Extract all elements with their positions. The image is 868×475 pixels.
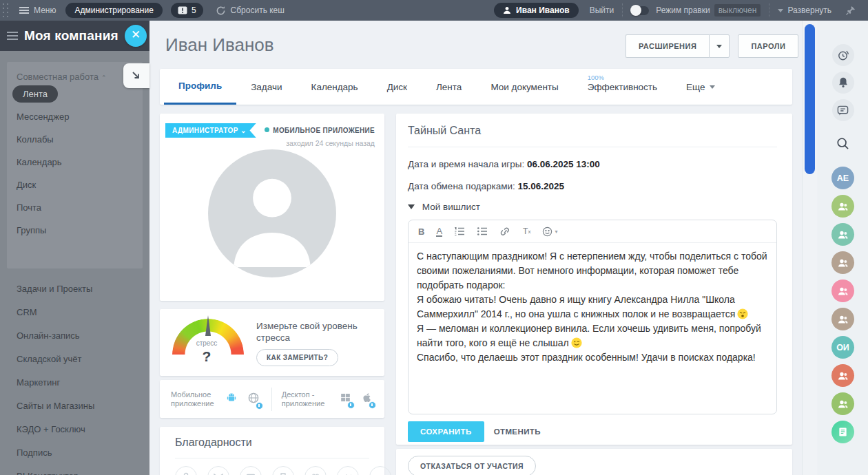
- mac-app-download-button[interactable]: [360, 391, 373, 407]
- chevron-down-icon: [778, 9, 783, 12]
- tab-my-documents[interactable]: Мои документы: [476, 69, 572, 105]
- tab-tasks[interactable]: Задачи: [236, 69, 296, 105]
- search-button[interactable]: [832, 132, 854, 154]
- android-app-button[interactable]: [225, 391, 238, 408]
- group-label-collaboration[interactable]: Совместная работа⌃: [7, 62, 143, 82]
- save-button[interactable]: СОХРАНИТЬ: [408, 421, 484, 442]
- notifications-button[interactable]: [832, 72, 854, 94]
- notifications-counter[interactable]: 5: [171, 3, 203, 18]
- role-badge[interactable]: АДМИНИСТРАТОР ⌄: [165, 123, 256, 138]
- extensions-dropdown-button[interactable]: [709, 34, 730, 58]
- sidebar-item-mail[interactable]: Почта: [7, 196, 143, 219]
- avatar[interactable]: [208, 149, 336, 277]
- badge-bow-icon[interactable]: [207, 466, 229, 475]
- sidebar-item-kedo[interactable]: КЭДО + Госключ: [7, 417, 143, 441]
- badge-people-icon[interactable]: [304, 466, 327, 475]
- edit-mode-status: Режим правки выключен: [656, 4, 761, 17]
- emoji-button[interactable]: ▾: [542, 226, 557, 237]
- gauge-value: ?: [171, 348, 242, 365]
- sidebar-hamburger-icon[interactable]: [7, 35, 18, 36]
- stress-prompt: Измерьте свой уровень стресса: [256, 320, 387, 344]
- messenger-button[interactable]: [832, 99, 854, 121]
- cancel-button[interactable]: ОТМЕНИТЬ: [494, 427, 541, 436]
- sidebar-item-inventory[interactable]: Складской учёт: [7, 347, 143, 370]
- wishlist-text-area[interactable]: С наступающим праздником! Я с нетерпение…: [409, 243, 776, 414]
- stress-gauge[interactable]: стресс ?: [171, 316, 247, 369]
- people-icon: [836, 313, 850, 326]
- group-avatar[interactable]: [831, 223, 854, 246]
- expand-button[interactable]: Развернуть: [778, 6, 831, 15]
- badge-handshake-icon[interactable]: [337, 466, 359, 475]
- link-button[interactable]: [499, 226, 511, 236]
- badge-more-icon[interactable]: [369, 466, 391, 475]
- news-channel-avatar[interactable]: [831, 421, 854, 443]
- bold-button[interactable]: B: [418, 226, 424, 237]
- mobile-web-download-button[interactable]: [247, 391, 260, 408]
- logout-link[interactable]: Выйти: [590, 6, 614, 15]
- decline-participation-button[interactable]: ОТКАЗАТЬСЯ ОТ УЧАСТИЯ: [408, 456, 536, 475]
- sidebar-item-sites-stores[interactable]: Сайты и Магазины: [7, 394, 143, 417]
- avatar-oi[interactable]: ОИ: [831, 336, 854, 359]
- clear-format-button[interactable]: Tx: [523, 226, 530, 236]
- avatar-ae[interactable]: AE: [831, 167, 854, 189]
- tab-efficiency[interactable]: 100% Эффективность: [573, 69, 672, 105]
- sidebar-item-collabs[interactable]: Коллабы: [7, 128, 143, 151]
- sidebar-item-disk[interactable]: Диск: [7, 173, 143, 196]
- passwords-button[interactable]: ПАРОЛИ: [738, 34, 798, 58]
- reset-cache-button[interactable]: Сбросить кеш: [216, 6, 285, 16]
- group-avatar[interactable]: [831, 392, 854, 415]
- sidebar-item-groups[interactable]: Группы: [7, 219, 143, 242]
- group-avatar[interactable]: [831, 279, 854, 302]
- pin-button[interactable]: [845, 6, 856, 16]
- edit-mode-toggle[interactable]: [631, 6, 649, 15]
- menu-button[interactable]: Меню: [19, 6, 56, 15]
- gratitude-title: Благодарности: [175, 436, 369, 449]
- scrollbar-thumb[interactable]: [805, 24, 815, 174]
- badge-trophy-icon[interactable]: [272, 466, 294, 475]
- numbered-list-button[interactable]: [454, 226, 465, 236]
- scrollbar-track[interactable]: [802, 21, 817, 475]
- badge-banner-icon[interactable]: [240, 466, 262, 475]
- sidebar-item-messenger[interactable]: Мессенджер: [7, 105, 143, 128]
- separator: [622, 3, 623, 17]
- divider: [175, 458, 369, 458]
- drag-grip-icon[interactable]: [1, 2, 11, 19]
- extensions-button[interactable]: РАСШИРЕНИЯ: [626, 34, 709, 58]
- group-avatar[interactable]: [831, 251, 854, 274]
- toggle-knob: [630, 5, 641, 16]
- group-avatar[interactable]: [831, 364, 854, 387]
- group-avatar[interactable]: [831, 195, 854, 218]
- windows-app-download-button[interactable]: [339, 391, 352, 407]
- how-to-measure-button[interactable]: КАК ЗАМЕРИТЬ?: [256, 349, 338, 366]
- sidebar-item-marketing[interactable]: Маркетинг: [7, 370, 143, 394]
- wishlist-text: Я — меломан и коллекционер винила. Если …: [417, 323, 761, 348]
- sidebar-item-crm[interactable]: CRM: [7, 300, 143, 324]
- sidebar-item-sign[interactable]: Подпись: [7, 441, 143, 464]
- sidebar-item-lenta[interactable]: Лента: [12, 85, 58, 103]
- sidebar-item-online-booking[interactable]: Онлайн-запись: [7, 324, 143, 347]
- bullet-list-button[interactable]: [477, 226, 488, 236]
- tab-more[interactable]: Еще: [672, 69, 729, 105]
- sidebar-item-bi-builder[interactable]: BI Конструктор: [7, 464, 143, 475]
- administration-button[interactable]: Администрирование: [65, 3, 162, 18]
- gratitude-card: Благодарности: [160, 427, 384, 475]
- group-avatar[interactable]: [831, 308, 854, 330]
- document-icon: [836, 425, 849, 439]
- tab-calendar[interactable]: Календарь: [297, 69, 373, 105]
- sidebar-collapse-button[interactable]: [123, 63, 149, 88]
- sidebar-close-button[interactable]: ✕: [125, 25, 147, 47]
- efficiency-badge: 100%: [588, 74, 604, 81]
- tab-profile[interactable]: Профиль: [164, 69, 236, 105]
- hamburger-icon: [19, 7, 29, 14]
- sidebar-item-tasks-projects[interactable]: Задачи и Проекты: [7, 277, 143, 300]
- text-color-button[interactable]: A: [436, 226, 442, 237]
- apps-card: Мобильное приложение Десктоп - приложени…: [160, 380, 384, 418]
- timeman-button[interactable]: [832, 44, 854, 66]
- badge-person-icon[interactable]: [175, 466, 197, 475]
- tab-disk[interactable]: Диск: [373, 69, 422, 105]
- wishlist-toggle[interactable]: Мой вишлист: [408, 202, 777, 212]
- edit-mode-label: Режим правки: [656, 6, 710, 15]
- sidebar-item-calendar[interactable]: Календарь: [7, 151, 143, 173]
- tab-feed[interactable]: Лента: [422, 69, 476, 105]
- current-user-button[interactable]: Иван Иванов: [494, 3, 579, 18]
